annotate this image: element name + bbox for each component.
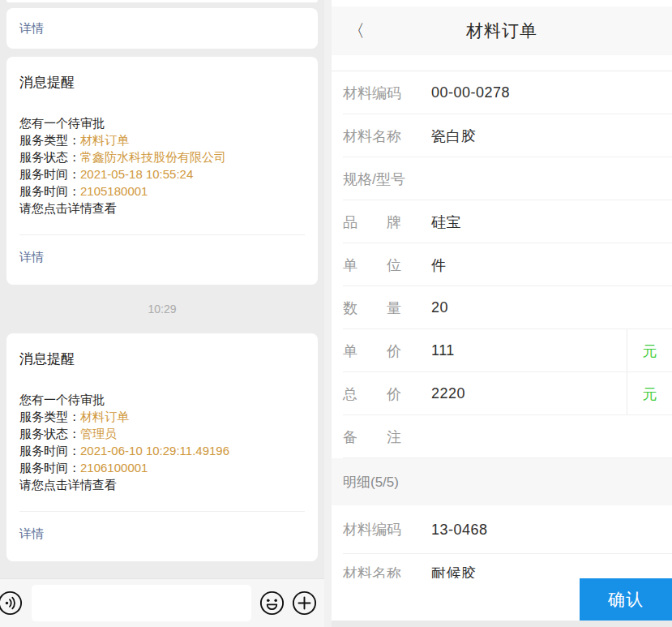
field-label: 规格/型号	[343, 170, 406, 189]
detail-link[interactable]: 详情	[19, 250, 44, 264]
field-value: 瓷白胶	[431, 127, 672, 146]
line-text: 服务状态：	[19, 427, 80, 440]
voice-icon[interactable]	[0, 590, 23, 616]
form-row-spec-model[interactable]: 规格/型号	[332, 157, 672, 200]
timestamp: 10:29	[148, 303, 176, 316]
message-line: 服务类型：材料订单	[19, 131, 305, 148]
field-value: 件	[431, 256, 672, 275]
line-text: 您有一个待审批	[19, 116, 105, 130]
message-line: 服务时间：2106100001	[19, 459, 305, 476]
message-title: 消息提醒	[19, 73, 305, 92]
confirm-button[interactable]: 确认	[580, 578, 672, 621]
back-icon[interactable]: 〈	[348, 6, 365, 55]
message-line: 服务类型：材料订单	[19, 408, 305, 425]
message-line: 请您点击详情查看	[19, 200, 305, 217]
line-text: 服务类型：	[19, 410, 80, 423]
nav-bar: 〈 材料订单	[332, 6, 672, 55]
message-footer: 详情	[19, 512, 305, 542]
nav-gap	[332, 55, 672, 71]
section-title: 明细(5/5)	[343, 473, 399, 492]
order-form: 材料编码 00-00-0278 材料名称 瓷白胶 规格/型号 品 牌 硅宝 单 …	[332, 71, 672, 627]
line-highlight: 2106100001	[80, 461, 148, 475]
currency-unit: 元	[627, 329, 672, 372]
line-highlight: 管理员	[80, 427, 117, 440]
form-row-material-name[interactable]: 材料名称 瓷白胶	[332, 114, 672, 157]
form-row-brand[interactable]: 品 牌 硅宝	[332, 200, 672, 243]
message-line: 服务状态：管理员	[19, 425, 305, 442]
panel-gutter	[324, 0, 332, 627]
detail-link[interactable]: 详情	[19, 526, 44, 540]
order-panel: 〈 材料订单 材料编码 00-00-0278 材料名称 瓷白胶 规格/型号 品 …	[332, 0, 672, 627]
field-value: 111	[431, 342, 627, 359]
field-label: 数 量	[343, 298, 406, 318]
detail-section-header: 明细(5/5)	[332, 458, 672, 505]
line-text: 服务时间：	[19, 444, 80, 457]
chat-input-bar	[0, 578, 324, 627]
field-value: 2220	[431, 385, 627, 402]
message-line: 服务时间：2021-06-10 10:29:11.49196	[19, 442, 305, 459]
line-highlight: 2021-05-18 10:55:24	[80, 167, 193, 181]
message-line: 您有一个待审批	[19, 114, 305, 131]
top-strip	[332, 0, 672, 6]
field-value: 00-00-0278	[431, 84, 672, 101]
page-title: 材料订单	[466, 19, 537, 42]
line-text: 请您点击详情查看	[19, 201, 117, 215]
currency-unit: 元	[627, 372, 672, 415]
message-line: 服务状态：常鑫防水科技股份有限公司	[19, 148, 305, 165]
timestamp-row: 10:29	[0, 285, 324, 333]
field-label: 品 牌	[343, 213, 406, 232]
line-text: 服务状态：	[19, 150, 80, 164]
field-label: 材料名称	[343, 127, 406, 146]
field-value: 20	[431, 299, 672, 316]
line-highlight: 2021-06-10 10:29:11.49196	[80, 444, 229, 457]
chat-panel: 详情 消息提醒 您有一个待审批 服务类型：材料订单 服务状态：常鑫防水科技股份有…	[0, 0, 324, 627]
detail-row-material-code[interactable]: 材料编码 13-0468	[332, 505, 672, 554]
line-highlight: 材料订单	[80, 410, 129, 423]
field-label: 材料编码	[343, 84, 406, 103]
chat-message-input[interactable]	[32, 585, 251, 621]
field-value: 硅宝	[431, 213, 672, 232]
previous-card-edge	[6, 0, 318, 2]
detail-link[interactable]: 详情	[19, 21, 44, 37]
line-highlight: 2105180001	[80, 184, 148, 198]
form-row-material-code[interactable]: 材料编码 00-00-0278	[332, 71, 672, 114]
message-title: 消息提醒	[19, 350, 305, 368]
field-label: 单 位	[343, 256, 406, 275]
emoji-icon[interactable]	[259, 590, 285, 616]
message-footer: 详情	[19, 235, 305, 265]
message-card: 消息提醒 您有一个待审批 服务类型：材料订单 服务状态：常鑫防水科技股份有限公司…	[6, 57, 318, 285]
confirm-bar: 确认	[332, 578, 672, 627]
line-text: 服务时间：	[19, 184, 80, 198]
line-text: 服务时间：	[19, 167, 80, 181]
field-label: 总 价	[343, 384, 406, 404]
plus-icon[interactable]	[292, 590, 317, 616]
line-highlight: 材料订单	[80, 133, 129, 147]
form-row-total-price[interactable]: 总 价 2220 元	[332, 372, 672, 415]
line-text: 请您点击详情查看	[19, 478, 117, 492]
field-label: 单 价	[343, 341, 406, 361]
line-highlight: 常鑫防水科技股份有限公司	[80, 150, 226, 164]
screen: 详情 消息提醒 您有一个待审批 服务类型：材料订单 服务状态：常鑫防水科技股份有…	[0, 0, 672, 627]
message-line: 请您点击详情查看	[19, 476, 305, 493]
bottom-strip	[332, 621, 672, 627]
form-row-remarks[interactable]: 备 注	[332, 415, 672, 458]
form-row-quantity[interactable]: 数 量 20	[332, 286, 672, 329]
message-card: 消息提醒 您有一个待审批 服务类型：材料订单 服务状态：管理员 服务时间：202…	[6, 333, 318, 561]
form-row-unit-price[interactable]: 单 价 111 元	[332, 329, 672, 372]
line-text: 服务类型：	[19, 133, 80, 147]
message-line: 您有一个待审批	[19, 391, 305, 408]
line-text: 您有一个待审批	[19, 393, 105, 406]
form-row-unit[interactable]: 单 位 件	[332, 243, 672, 286]
message-line: 服务时间：2021-05-18 10:55:24	[19, 165, 305, 183]
field-value: 13-0468	[431, 522, 672, 539]
message-line: 服务时间：2105180001	[19, 183, 305, 200]
field-label: 备 注	[343, 427, 406, 447]
field-label: 材料编码	[343, 520, 406, 539]
line-text: 服务时间：	[19, 461, 80, 475]
message-card-cropped: 详情	[6, 8, 318, 49]
